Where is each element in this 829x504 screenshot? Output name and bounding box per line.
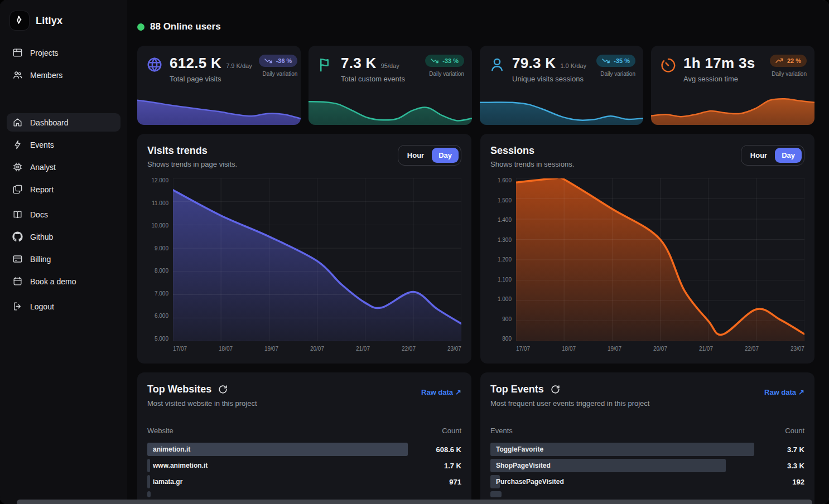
sidebar-item-dashboard[interactable]: Dashboard: [7, 113, 121, 132]
table-row[interactable]: www.animetion.it 1.7 K: [147, 459, 461, 472]
tick-label: 1.000: [498, 297, 512, 302]
badge-caption: Daily variation: [263, 71, 298, 77]
x-axis: 17/0718/0719/0720/0721/0722/0723/07: [516, 346, 804, 352]
tick-label: 19/07: [264, 346, 278, 352]
sidebar-item-billing[interactable]: Billing: [7, 250, 121, 268]
sidebar-item-events[interactable]: Events: [7, 135, 121, 154]
column-header: Count: [785, 427, 804, 435]
chart-subtitle: Shows trends in sessions.: [490, 160, 574, 168]
sidebar-item-label: Events: [30, 140, 54, 149]
sidebar-item-github[interactable]: Github: [7, 227, 121, 246]
row-bar: [147, 491, 151, 497]
tick-label: 900: [502, 317, 512, 322]
sidebar-item-label: Docs: [30, 210, 48, 219]
stat-cards-row: 612.5 K 7.9 K/day Total page visits -36 …: [137, 46, 814, 125]
x-axis: 17/0718/0719/0720/0721/0722/0723/07: [173, 346, 461, 352]
lightning-icon: [12, 139, 23, 150]
trend-down-icon: [264, 58, 273, 64]
chart-title: Sessions: [490, 145, 574, 157]
sidebar-top-nav: Projects Members: [7, 43, 121, 84]
visits-area-chart: [173, 178, 461, 341]
stat-label: Unique visits sessions: [512, 75, 586, 83]
sidebar-item-projects[interactable]: Projects: [7, 43, 121, 62]
sidebar-resources-nav: Docs Github Billing Book a demo: [7, 205, 121, 290]
tick-label: 23/07: [791, 346, 804, 352]
tick-label: 21/07: [356, 346, 370, 352]
tick-label: 12.000: [151, 178, 168, 183]
tick-label: 1.100: [498, 278, 512, 282]
refresh-icon[interactable]: [218, 385, 228, 394]
sidebar-item-analyst[interactable]: Analyst: [7, 158, 121, 176]
tick-label: 5.000: [155, 337, 168, 341]
stat-label: Avg session time: [683, 75, 759, 83]
tick-label: 21/07: [699, 346, 713, 352]
table-row[interactable]: iamata.gr 971: [147, 475, 461, 488]
sidebar-item-logout[interactable]: Logout: [7, 297, 121, 316]
raw-data-link[interactable]: Raw data ↗: [764, 388, 804, 396]
y-axis: 1.6001.5001.4001.3001.2001.1001.00090080…: [490, 178, 516, 341]
table-row[interactable]: ShopPageVisited 3.3 K: [490, 459, 804, 472]
visits-trends-card: Visits trends Shows trends in page visit…: [137, 134, 471, 364]
table-row[interactable]: PurchasePageVisited 192: [490, 475, 804, 488]
online-users-status: 88 Online users: [137, 21, 814, 32]
tick-label: 9.000: [155, 246, 168, 251]
stat-value: 612.5 K: [170, 55, 221, 72]
session-time-sparkline: [651, 93, 814, 125]
daily-variation-badge: -33 %: [425, 55, 464, 67]
logout-icon: [12, 301, 23, 312]
horizontal-scrollbar[interactable]: [17, 500, 812, 504]
sidebar-logout-nav: Logout: [7, 297, 121, 316]
day-toggle-button[interactable]: Day: [775, 148, 802, 163]
raw-data-link[interactable]: Raw data ↗: [421, 388, 461, 396]
sidebar-item-label: Report: [30, 185, 54, 194]
tick-label: 1.200: [498, 258, 512, 262]
day-toggle-button[interactable]: Day: [432, 148, 459, 163]
credit-card-icon: [12, 254, 23, 264]
stat-card-unique-visits-sessions: 79.3 K 1.0 K/day Unique visits sessions …: [480, 46, 643, 125]
sidebar-item-label: Members: [30, 71, 62, 80]
chart-title: Visits trends: [147, 145, 237, 157]
table-row-partial: [490, 491, 804, 497]
daily-variation-badge: -35 %: [596, 55, 635, 67]
tick-label: 1.600: [498, 178, 512, 183]
sidebar-item-members[interactable]: Members: [7, 66, 121, 84]
logo[interactable]: Litlyx: [7, 11, 121, 30]
refresh-icon[interactable]: [551, 385, 560, 394]
stat-card-total-page-visits: 612.5 K 7.9 K/day Total page visits -36 …: [137, 46, 301, 125]
hour-toggle-button[interactable]: Hour: [401, 148, 431, 163]
sessions-sparkline: [480, 93, 643, 125]
sidebar-item-docs[interactable]: Docs: [7, 205, 121, 224]
interval-toggle: Hour Day: [398, 145, 461, 166]
stat-card-total-custom-events: 7.3 K 95/day Total custom events -33 % D…: [309, 46, 472, 125]
badge-caption: Daily variation: [429, 71, 464, 77]
trend-up-icon: [775, 58, 784, 64]
tick-label: 22/07: [745, 346, 759, 352]
stat-value: 1h 17m 3s: [683, 55, 755, 72]
app-window: Litlyx Projects Members Dashboard Events: [0, 0, 829, 504]
tick-label: 18/07: [562, 346, 576, 352]
tick-label: 22/07: [402, 346, 416, 352]
chart-subtitle: Shows trends in page visits.: [147, 160, 237, 168]
tick-label: 17/07: [173, 346, 187, 352]
stat-rate: 7.9 K/day: [226, 62, 252, 69]
hour-toggle-button[interactable]: Hour: [744, 148, 774, 163]
members-icon: [12, 70, 23, 80]
github-icon: [12, 231, 23, 242]
arrow-up-right-icon: ↗: [455, 388, 461, 396]
sessions-card: Sessions Shows trends in sessions. Hour …: [480, 134, 814, 364]
tick-label: 20/07: [310, 346, 324, 352]
tick-label: 18/07: [219, 346, 233, 352]
table-column-headers: Events Count: [490, 427, 804, 435]
table-row[interactable]: ToggleFavorite 3.7 K: [490, 443, 804, 456]
sidebar-item-book-a-demo[interactable]: Book a demo: [7, 272, 121, 290]
report-icon: [12, 184, 23, 195]
sidebar-item-report[interactable]: Report: [7, 180, 121, 198]
globe-icon: [146, 56, 163, 73]
table-row[interactable]: animetion.it 608.6 K: [147, 443, 461, 456]
sidebar-item-label: Billing: [30, 255, 51, 264]
tick-label: 7.000: [155, 292, 168, 296]
projects-icon: [12, 47, 23, 58]
table-subtitle: Most frequent user events triggered in t…: [490, 399, 649, 408]
tick-label: 8.000: [155, 269, 168, 273]
tables-row: Top Websites Most visited website in thi…: [137, 372, 814, 504]
